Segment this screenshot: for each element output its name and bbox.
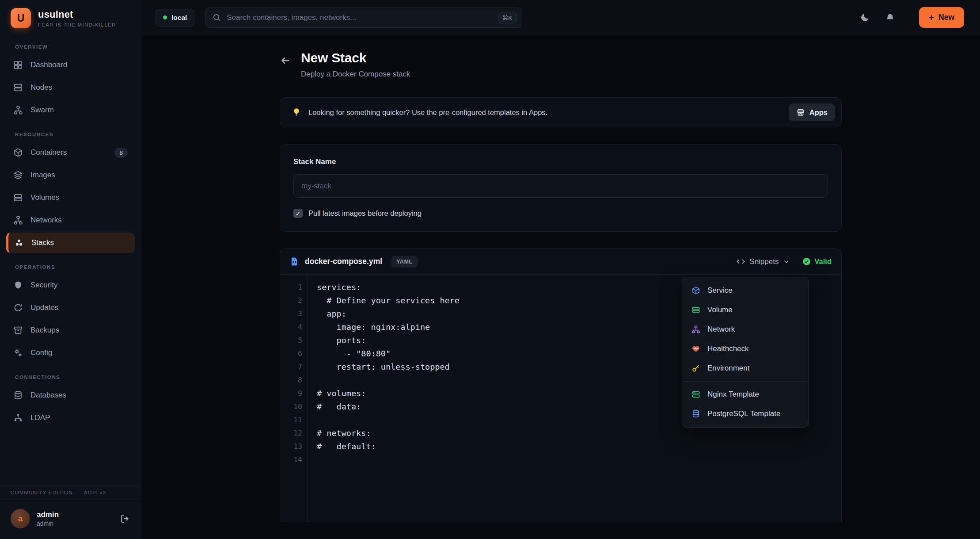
sidebar-item-images[interactable]: Images [6,165,135,185]
sidebar-item-label: Networks [30,216,62,225]
section-label-resources: RESOURCES [15,132,126,137]
environment-badge[interactable]: local [156,9,194,27]
sidebar-item-label: Dashboard [30,61,67,69]
sidebar-item-backups[interactable]: Backups [6,320,135,340]
menu-item-label: Volume [707,306,733,314]
menu-item-volume[interactable]: Volume [682,300,809,320]
line-text: app: [302,309,346,318]
line-number: 9 [280,389,302,398]
code-icon [736,257,745,266]
menu-item-service[interactable]: Service [682,281,809,300]
topbar: local ⌘K + New [141,0,980,35]
containers-icon [13,148,23,157]
apps-button[interactable]: Apps [789,103,835,121]
sidebar-item-label: Images [30,171,55,180]
section-label-operations: OPERATIONS [15,264,126,270]
gutter-divider [308,275,308,522]
line-text: image: nginx:alpine [302,322,430,332]
sidebar-footer: COMMUNITY EDITION · AGPLv3 a admin admin [0,485,141,539]
avatar: a [11,509,30,528]
line-text: # default: [302,442,376,451]
sidebar-item-networks[interactable]: Networks [6,210,135,230]
notifications-bell-icon[interactable] [885,12,895,23]
logout-button[interactable] [120,513,130,524]
sidebar-item-stacks[interactable]: Stacks [6,233,135,253]
key-icon [691,364,700,373]
page-header: New Stack Deploy a Docker Compose stack [280,50,842,79]
file-code-icon [290,257,299,266]
logout-icon [120,513,130,524]
menu-divider [682,381,809,382]
line-number: 7 [280,363,302,371]
search-icon [212,13,221,22]
line-number: 1 [280,283,302,291]
back-button[interactable] [280,55,291,79]
stack-name-label: Stack Name [293,157,828,166]
search-input[interactable] [227,13,492,22]
plus-icon: + [929,13,934,22]
database-icon [13,390,23,400]
archive-box-icon [13,325,23,335]
user-role: admin [37,520,59,527]
code-line: 13# default: [280,440,841,453]
refresh-icon [13,303,23,313]
line-number: 6 [280,349,302,358]
section-label-overview: OVERVIEW [15,44,126,50]
line-text: # Define your services here [302,296,460,305]
pull-images-label: Pull latest images before deploying [308,209,422,218]
sidebar-item-updates[interactable]: Updates [6,298,135,318]
database-icon [691,409,700,418]
edition-separator: · [77,490,80,495]
sidebar-item-containers[interactable]: Containers 8 [6,142,135,163]
editor-header: docker-compose.yml YAML Snippets Valid [280,249,841,275]
validation-status-label: Valid [814,257,832,266]
license-label: AGPLv3 [84,490,106,495]
drive-icon [691,306,700,314]
sidebar-item-dashboard[interactable]: Dashboard [6,55,135,75]
line-number: 2 [280,296,302,305]
sidebar-item-label: Databases [30,391,66,400]
menu-item-postgresql-template[interactable]: PostgreSQL Template [682,404,809,424]
check-circle-icon [802,257,811,266]
line-number: 5 [280,336,302,344]
sidebar: U usulnet FEAR IS THE MIND-KILLER OVERVI… [0,0,141,539]
snippets-dropdown-menu: Service Volume Network Healthcheck [682,277,809,428]
menu-item-label: Nginx Template [707,390,759,399]
sidebar-item-swarm[interactable]: Swarm [6,100,135,120]
sidebar-item-config[interactable]: Config [6,343,135,363]
new-button[interactable]: + New [919,7,964,28]
code-line: 14 [280,453,841,466]
sidebar-item-label: Volumes [30,193,59,202]
edition-row: COMMUNITY EDITION · AGPLv3 [0,485,141,500]
global-search[interactable]: ⌘K [205,8,522,28]
apps-button-label: Apps [809,108,828,117]
tree-icon [13,413,23,423]
line-number: 3 [280,310,302,318]
page-title: New Stack [301,50,410,65]
sidebar-item-nodes[interactable]: Nodes [6,77,135,98]
menu-item-network[interactable]: Network [682,320,809,339]
line-number: 11 [280,416,302,424]
menu-item-nginx-template[interactable]: Nginx Template [682,385,809,404]
containers-count-badge: 8 [114,148,128,158]
sidebar-item-databases[interactable]: Databases [6,385,135,405]
snippets-label: Snippets [749,257,779,266]
user-name: admin [37,510,59,519]
pull-images-checkbox[interactable] [293,209,303,218]
sidebar-item-label: Security [30,281,57,290]
stacks-icon [14,238,24,248]
brand-logo: U [11,8,31,28]
menu-item-healthcheck[interactable]: Healthcheck [682,339,809,359]
line-text: # data: [302,402,361,411]
sidebar-item-label: Backups [30,326,59,335]
sidebar-item-ldap[interactable]: LDAP [6,408,135,428]
theme-moon-icon[interactable] [860,12,870,23]
stack-name-input[interactable] [293,174,828,198]
menu-item-environment[interactable]: Environment [682,359,809,378]
back-arrow-icon [280,55,291,66]
sidebar-item-security[interactable]: Security [6,275,135,295]
sidebar-item-volumes[interactable]: Volumes [6,187,135,208]
snippets-button[interactable]: Snippets [736,257,790,266]
user-row[interactable]: a admin admin [0,500,141,539]
dashboard-icon [13,60,23,70]
